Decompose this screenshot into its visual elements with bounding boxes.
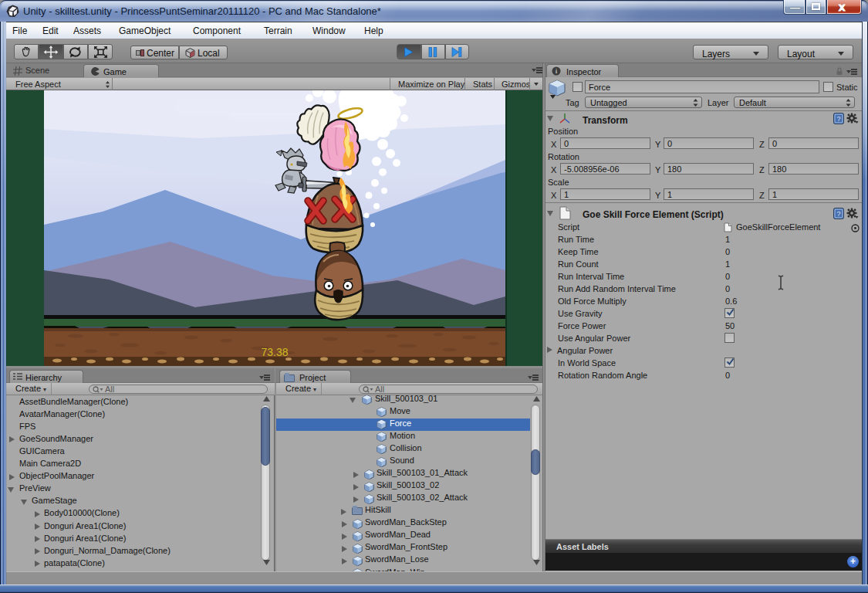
svg-text:?: ?: [836, 115, 840, 123]
svg-text:73.38: 73.38: [261, 346, 288, 358]
svg-text:?: ?: [836, 210, 840, 218]
